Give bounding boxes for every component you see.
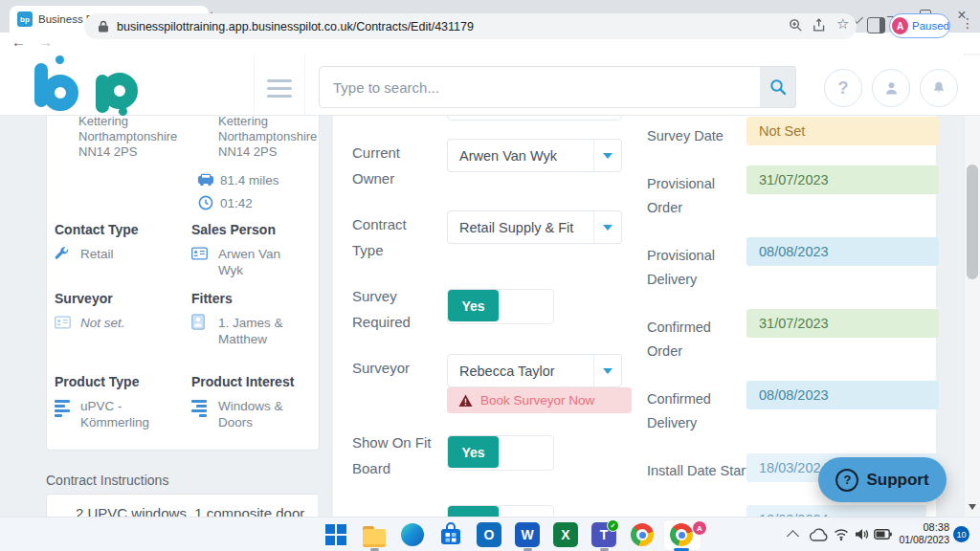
current-owner-label: Current Owner [352,140,438,191]
install-date-end-chip-partial[interactable]: 18/03/2024 [746,505,926,517]
chrome-button[interactable] [630,522,655,547]
contract-instructions-label: Contract Instructions [46,473,168,488]
confirmed-delivery-chip[interactable]: 08/08/2023 [746,381,939,409]
contract-edit-page: Kettering Northamptonshire NN14 2PS Kett… [0,115,980,517]
browser-address-bar: ← → businesspilottraining.app.businesspi… [0,33,980,56]
toggle-partial[interactable] [447,505,554,517]
car-icon [197,172,214,187]
show-on-fit-board-toggle[interactable]: Yes [447,435,554,471]
site-address: Kettering Northamptonshire NN14 2PS [218,114,325,160]
file-explorer-button[interactable] [362,522,387,547]
survey-date-label: Survey Date [647,124,752,148]
notification-count-badge[interactable]: 10 [953,526,969,542]
word-icon: W [515,522,540,547]
contract-type-select[interactable]: Retail Supply & Fit [447,210,622,244]
outlook-button[interactable]: O [477,522,501,547]
survey-date-chip[interactable]: Not Set [746,117,939,145]
fitters-value: 1. James & Matthew [218,315,299,347]
product-type-value: uPVC - Kömmerling [80,398,161,430]
tray-clock[interactable]: 08:38 01/08/2023 [890,521,949,546]
onedrive-cloud-icon[interactable] [809,528,828,541]
book-surveyor-warning[interactable]: Book Surveyor Now [447,387,632,413]
user-icon [882,79,901,98]
surveyor-label: Surveyor [55,291,113,306]
screen: bp Business Pilot - Edit Contract × + – … [0,0,980,551]
confirmed-order-chip[interactable]: 31/07/2023 [746,309,939,338]
wifi-icon[interactable] [834,528,849,540]
search-button[interactable] [760,66,796,108]
scroll-down-icon[interactable] [969,504,976,510]
current-owner-select[interactable]: Arwen Van Wyk [447,139,622,172]
business-pilot-logo [34,61,178,113]
volume-icon[interactable] [855,528,869,540]
provisional-delivery-label: Provisional Delivery [647,244,743,292]
forward-icon[interactable]: → [38,33,53,50]
profile-button[interactable]: A Paused [889,13,950,38]
browser-menu-icon[interactable]: ⋮ [961,15,974,31]
confirmed-delivery-label: Confirmed Delivery [647,387,743,435]
confirmed-order-label: Confirmed Order [647,316,743,364]
folder-icon [363,526,386,544]
contact-address: Kettering Northamptonshire NN14 2PS [78,114,205,160]
bookmark-star-icon[interactable]: ☆ [836,15,849,33]
support-label: Support [866,471,928,490]
support-button[interactable]: ? Support [818,457,947,502]
fitters-label: Fitters [191,291,233,306]
edge-icon [401,523,424,546]
windows-taskbar: O W X T✓ A 08:38 01/08/2023 10 [0,517,980,551]
sync-paused-label: Paused [912,20,949,32]
fitter-badge-icon [191,314,205,330]
chevron-down-icon [593,211,621,243]
sales-person-label: Sales Person [191,222,276,237]
tray-chevron-icon[interactable] [787,530,799,542]
contract-type-select-label: Contract Type [352,211,438,263]
teams-button[interactable]: T✓ [591,522,616,547]
provisional-delivery-chip[interactable]: 08/08/2023 [746,237,939,266]
profile-badge: A [692,520,707,536]
word-button[interactable]: W [515,522,540,547]
wrench-icon [55,247,69,261]
back-icon[interactable]: ← [11,33,26,50]
store-icon [438,522,463,547]
provisional-order-label: Provisional Order [647,172,743,220]
help-button[interactable]: ? [824,69,862,107]
url-field[interactable]: businesspilottraining.app.businesspilot.… [84,13,857,39]
chrome-profile-button[interactable]: A [669,522,694,547]
clock-icon [198,195,213,210]
page-scrollbar[interactable] [964,54,980,517]
chevron-down-icon [593,355,621,386]
list-right-icon [191,400,207,419]
share-icon[interactable] [813,18,828,33]
search-icon [769,78,787,96]
scrollbar-thumb[interactable] [967,165,978,279]
surveyor-select[interactable]: Rebecca Taylor [447,354,622,387]
survey-required-toggle[interactable]: Yes [447,289,554,324]
teams-icon: T✓ [591,522,616,547]
surveyor-value: Not set. [80,315,125,331]
id-card-icon [55,316,71,329]
app-header: Type to search... ? [0,55,980,116]
edge-button[interactable] [400,522,425,547]
start-button[interactable] [323,522,352,551]
notifications-button[interactable] [920,69,958,107]
zoom-icon[interactable] [789,18,803,33]
tray-date: 01/08/2023 [890,534,949,546]
id-card-icon [191,247,208,260]
global-search-input[interactable]: Type to search... [319,66,776,108]
excel-button[interactable]: X [553,522,578,547]
contract-instructions-box[interactable]: 2 UPVC windows, 1 composite door [46,494,318,517]
user-button[interactable] [872,69,910,107]
avatar: A [892,17,908,34]
provisional-order-chip[interactable]: 31/07/2023 [746,165,939,194]
show-on-fit-board-label: Show On Fit Board [352,430,443,481]
product-interest-value: Windows & Doors [218,398,302,430]
survey-required-label: Survey Required [352,283,438,335]
surveyor-select-label: Surveyor [352,355,410,381]
menu-hamburger-icon[interactable] [254,55,305,114]
side-panel-icon[interactable] [867,17,885,33]
windows-logo-icon [325,524,346,545]
microsoft-store-button[interactable] [438,522,463,547]
sales-person-value: Arwen Van Wyk [218,246,299,278]
bell-icon [930,79,947,97]
travel-time-value: 01:42 [220,196,253,211]
